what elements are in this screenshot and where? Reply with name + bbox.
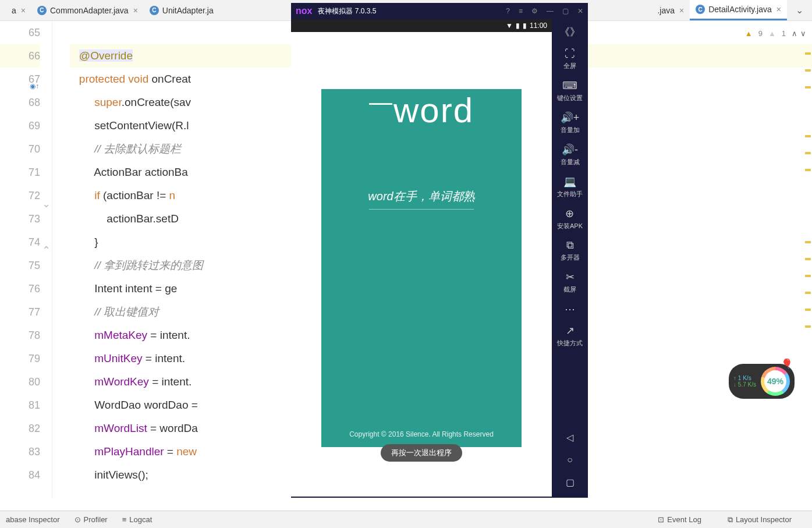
line-number: 84 xyxy=(0,463,40,487)
tab-unitadapter[interactable]: C UnitAdapter.ja xyxy=(144,0,219,20)
nav-back-button[interactable]: ◁ xyxy=(566,432,573,443)
wifi-icon: ▼ xyxy=(506,22,513,30)
sidebar-fullscreen-button[interactable]: ⛶全屏 xyxy=(563,48,576,70)
marker[interactable] xyxy=(805,309,811,311)
close-icon[interactable]: ✕ xyxy=(577,7,583,15)
line-number: 82 xyxy=(0,417,40,440)
line-number: 70 xyxy=(0,137,40,161)
marker[interactable] xyxy=(805,241,811,243)
marker[interactable] xyxy=(805,325,811,328)
layout-inspector-button[interactable]: ⧉Layout Inspector xyxy=(728,515,792,525)
android-statusbar: ▼ ▮ ▮ 11:00 xyxy=(291,19,552,32)
statusbar-time: 11:00 xyxy=(530,22,547,30)
fold-icon[interactable]: ⌃ xyxy=(42,239,49,246)
marker[interactable] xyxy=(805,135,811,137)
line-number: 80 xyxy=(0,370,40,394)
profiler-button[interactable]: ⊙Profiler xyxy=(75,515,108,524)
sidebar-collapse-button[interactable]: 《》 xyxy=(559,25,580,39)
marker[interactable] xyxy=(805,69,811,72)
tab-commonadapter[interactable]: C CommonAdapter.java × xyxy=(31,0,144,20)
network-speed: ↑ 1 K/s ↓ 5.7 K/s xyxy=(733,375,756,388)
balloons-icon: 🎈 xyxy=(781,358,793,369)
tab-detailactivity[interactable]: C DetailActivity.java × xyxy=(690,0,787,20)
sidebar-label: 全屏 xyxy=(563,62,576,70)
event-log-button[interactable]: ⊡Event Log xyxy=(658,515,701,525)
sidebar-volumedown-button[interactable]: 🔊-音量减 xyxy=(561,143,580,166)
maximize-icon[interactable]: ▢ xyxy=(562,7,569,15)
tab-partial-a[interactable]: a × xyxy=(6,0,31,20)
bottom-toolbar: abase Inspector ⊙Profiler ≡Logcat ⊡Event… xyxy=(0,511,812,528)
line-number: 73 xyxy=(0,207,40,231)
cpu-circle[interactable]: 🎈 49% xyxy=(761,367,790,396)
class-icon: C xyxy=(150,6,159,15)
marker[interactable] xyxy=(805,86,811,88)
tab-close-icon[interactable]: × xyxy=(133,6,138,15)
class-icon: C xyxy=(696,5,705,14)
sidebar-label: 多开器 xyxy=(561,253,580,262)
line-number: 79 xyxy=(0,347,40,370)
arrow-down-icon: ↓ xyxy=(733,381,736,388)
warning-icon: ▲ xyxy=(745,29,753,38)
sidebar-screenshot-button[interactable]: ✂截屏 xyxy=(563,271,576,294)
warning-count: 9 xyxy=(758,29,763,38)
marker[interactable] xyxy=(805,292,811,294)
sidebar-keymap-button[interactable]: ⌨键位设置 xyxy=(557,79,583,102)
sidebar-filehelper-button[interactable]: 💻文件助手 xyxy=(557,175,583,199)
tab-overflow-button[interactable]: ⌄ xyxy=(787,5,812,16)
tab-close-icon[interactable]: × xyxy=(679,6,684,15)
line-number: 83 xyxy=(0,440,40,463)
line-number: 65 xyxy=(0,21,40,44)
line-number: 72⌄ xyxy=(0,184,40,207)
cpu-percent: 49% xyxy=(764,370,786,392)
nav-home-button[interactable]: ○ xyxy=(567,455,573,465)
tab-close-icon[interactable]: × xyxy=(776,5,781,14)
sidebar-shortcut-button[interactable]: ↗快捷方式 xyxy=(557,324,583,348)
shortcut-icon: ↗ xyxy=(566,324,575,337)
class-icon: C xyxy=(37,6,47,15)
volume-down-icon: 🔊- xyxy=(562,143,578,156)
line-number: 75 xyxy=(0,254,40,277)
sidebar-label: 安装APK xyxy=(557,222,583,231)
marker[interactable] xyxy=(805,275,811,277)
sidebar-label: 音量加 xyxy=(561,126,580,134)
nox-emulator-window: nox 夜神模拟器 7.0.3.5 ? ≡ ⚙ — ▢ ✕ ▼ ▮ ▮ 11:0… xyxy=(291,3,588,498)
logcat-button[interactable]: ≡Logcat xyxy=(122,515,153,524)
sidebar-multiinstance-button[interactable]: ⧉多开器 xyxy=(561,239,580,262)
prev-highlight-button[interactable]: ∧ xyxy=(792,29,797,38)
sidebar-more-button[interactable]: ⋯ xyxy=(565,303,575,316)
keyboard-icon: ⌨ xyxy=(562,79,577,92)
line-number: 78 xyxy=(0,324,40,347)
database-inspector-button[interactable]: abase Inspector xyxy=(6,515,60,524)
menu-icon[interactable]: ≡ xyxy=(519,7,523,15)
weak-warning-icon: ▲ xyxy=(768,29,776,38)
multi-icon: ⧉ xyxy=(566,239,574,251)
minimize-icon[interactable]: — xyxy=(547,7,554,15)
volume-up-icon: 🔊+ xyxy=(561,111,580,124)
fullscreen-icon: ⛶ xyxy=(565,48,575,60)
marker[interactable] xyxy=(805,258,811,260)
marker[interactable] xyxy=(805,152,811,154)
line-number: 81 xyxy=(0,394,40,417)
help-icon[interactable]: ? xyxy=(506,7,510,15)
signal-icon: ▮ xyxy=(516,22,520,30)
marker[interactable] xyxy=(805,52,811,55)
tab-close-icon[interactable]: × xyxy=(21,6,26,15)
emulator-screen[interactable]: ▼ ▮ ▮ 11:00 —word word在手，单词都熟 Copyright … xyxy=(291,19,552,497)
emulator-title: 夜神模拟器 7.0.3.5 xyxy=(318,6,376,16)
line-number: 67◉↑ xyxy=(0,68,40,91)
screenshot-icon: ✂ xyxy=(566,271,575,284)
tab-hidden-java[interactable]: .java × xyxy=(651,0,690,20)
sidebar-volumeup-button[interactable]: 🔊+音量加 xyxy=(561,111,580,134)
tab-label: a xyxy=(12,6,16,15)
sidebar-installapk-button[interactable]: ⊕安装APK xyxy=(557,207,583,231)
marker[interactable] xyxy=(805,169,811,171)
system-monitor-widget[interactable]: ↑ 1 K/s ↓ 5.7 K/s 🎈 49% xyxy=(729,364,795,399)
emulator-titlebar[interactable]: nox 夜神模拟器 7.0.3.5 ? ≡ ⚙ — ▢ ✕ xyxy=(291,3,588,19)
next-highlight-button[interactable]: ∨ xyxy=(800,29,806,38)
nav-recent-button[interactable]: ▢ xyxy=(566,477,575,488)
inspection-indicators: ▲ 9 ▲ 1 ∧ ∨ xyxy=(745,29,806,38)
settings-icon[interactable]: ⚙ xyxy=(531,7,538,15)
splash-title: —word xyxy=(369,89,474,130)
fold-icon[interactable]: ⌄ xyxy=(42,192,49,199)
sidebar-label: 文件助手 xyxy=(557,190,583,199)
